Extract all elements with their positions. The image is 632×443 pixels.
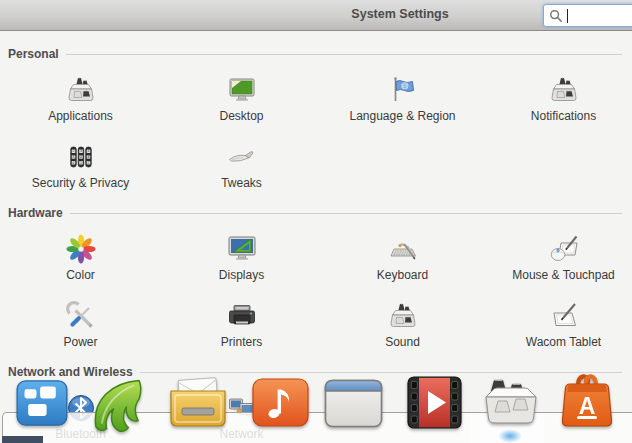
svg-text:0: 0 [72,161,74,165]
security-privacy-icon: 2 1 0 3 2 1 4 3 2 [65,141,97,173]
settings-item-applications[interactable]: Applications [0,74,161,123]
svg-text:2: 2 [87,161,89,165]
text-cursor [567,9,568,23]
svg-text:2: 2 [80,155,82,159]
settings-item-power[interactable]: Power [0,300,161,349]
item-label: Security & Privacy [32,176,129,190]
svg-text:4: 4 [87,149,89,153]
wacom-tablet-icon [548,300,580,332]
settings-item-security-privacy[interactable]: 2 1 0 3 2 1 4 3 2 [0,141,161,190]
system-settings-screen: System Settings Personal [0,0,632,443]
section-rule [140,372,622,373]
search-input[interactable] [543,4,632,27]
settings-item-color[interactable]: Color [0,233,161,282]
color-icon [65,233,97,265]
settings-item-language-region[interactable]: Language & Region [322,74,483,123]
sound-icon [387,300,419,332]
section-header-hardware: Hardware [8,206,622,221]
section-label: Hardware [8,206,63,221]
music-icon[interactable] [252,378,309,427]
hardware-grid: Color Displays [0,233,632,349]
svg-text:2: 2 [72,149,74,153]
tweaks-icon [226,141,258,173]
personal-grid: Applications Desktop [0,74,632,190]
multitasking-icon[interactable] [16,380,68,426]
item-label: Desktop [219,109,263,123]
item-label: Printers [221,335,262,349]
item-label: Applications [48,109,113,123]
settings-item-mouse-touchpad[interactable]: Mouse & Touchpad [483,233,632,282]
mouse-touchpad-icon [548,233,580,265]
videos-icon[interactable] [406,376,463,429]
app-window-icon[interactable] [324,379,383,428]
item-label: Language & Region [349,109,455,123]
svg-text:1: 1 [72,155,74,159]
section-rule [70,213,622,214]
printers-icon [226,300,258,332]
mail-icon[interactable] [169,377,227,428]
svg-text:A: A [579,393,596,419]
settings-content: Personal Applications [0,0,632,441]
keyboard-icon [387,233,419,265]
svg-text:3: 3 [87,155,89,159]
svg-text:1: 1 [80,161,82,165]
dock-running-indicator [498,429,522,443]
item-label: Notifications [531,109,596,123]
appcenter-icon[interactable]: A [557,369,617,428]
item-label: Wacom Tablet [526,335,601,349]
item-label: Displays [219,268,264,282]
applications-icon [65,74,97,106]
settings-item-notifications[interactable]: Notifications [483,74,632,123]
language-region-icon [387,74,419,106]
item-label: Color [66,268,95,282]
notifications-icon [548,74,580,106]
section-rule [66,54,622,55]
settings-item-tweaks[interactable]: Tweaks [161,141,322,190]
item-label: Sound [385,335,420,349]
settings-item-desktop[interactable]: Desktop [161,74,322,123]
svg-text:3: 3 [80,149,82,153]
power-icon [65,300,97,332]
titlebar[interactable]: System Settings [0,0,632,31]
background-window-fragment [2,436,43,443]
settings-item-sound[interactable]: Sound [322,300,483,349]
section-label: Personal [8,47,59,62]
settings-item-wacom-tablet[interactable]: Wacom Tablet [483,300,632,349]
settings-item-keyboard[interactable]: Keyboard [322,233,483,282]
settings-item-displays[interactable]: Displays [161,233,322,282]
window-title: System Settings [300,7,500,21]
section-header-personal: Personal [8,47,622,62]
item-label: Keyboard [377,268,428,282]
system-settings-icon[interactable] [481,376,541,429]
item-label: Mouse & Touchpad [512,268,615,282]
item-label: Tweaks [221,176,262,190]
settings-item-printers[interactable]: Printers [161,300,322,349]
web-browser-leaf-icon[interactable] [90,377,145,433]
item-label: Power [63,335,97,349]
desktop-icon [226,74,258,106]
displays-icon [226,233,258,265]
search-icon [549,9,563,23]
